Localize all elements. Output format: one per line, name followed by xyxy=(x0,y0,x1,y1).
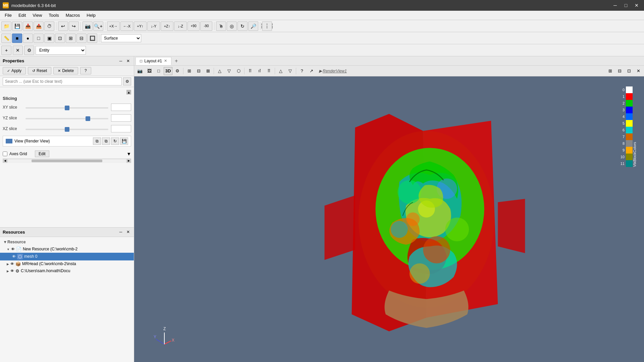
menu-edit[interactable]: Edit xyxy=(15,11,29,19)
sphere-button[interactable]: ● xyxy=(23,34,33,43)
camera-button[interactable]: 📷 xyxy=(83,21,93,31)
search-settings-button[interactable]: ⚙ xyxy=(123,77,131,85)
rt-select-none-button[interactable]: ⊟ xyxy=(194,67,203,75)
delete-button[interactable]: ✕ Delete xyxy=(53,67,78,74)
tab-close-button[interactable]: ✕ xyxy=(164,59,167,63)
cube-button[interactable]: ■ xyxy=(12,34,22,43)
selection-tool-button[interactable]: 🔲 xyxy=(87,34,97,43)
rt-help-button[interactable]: ? xyxy=(298,67,306,75)
resource-item-1[interactable]: 👁 📄 New Resource (C:\work\cmb-2 xyxy=(0,246,134,253)
rt-select3-button[interactable]: ⬡ xyxy=(234,67,243,75)
clock-button[interactable]: ⏱ xyxy=(44,21,54,31)
yminus-button[interactable]: ↓-Y xyxy=(147,21,160,31)
menu-tools[interactable]: Tools xyxy=(45,11,62,19)
rotate90minus-button[interactable]: -90 xyxy=(200,21,212,31)
view-save-button[interactable]: 💾 xyxy=(120,137,128,145)
properties-minimize-button[interactable]: ─ xyxy=(118,58,124,64)
zminus-button[interactable]: ↓-Z xyxy=(174,21,187,31)
resource-1-visibility[interactable]: 👁 xyxy=(11,247,15,251)
rt-screenshot-button[interactable]: 🖼 xyxy=(145,67,154,75)
filter-remove-button[interactable]: ✕ xyxy=(13,46,23,55)
scroll-right-button[interactable]: ▶ xyxy=(126,159,131,163)
rt-layout-grid-button[interactable]: ⊞ xyxy=(606,67,614,75)
redo-button[interactable]: ↪ xyxy=(69,21,79,31)
rt-help2-button[interactable]: ↗ xyxy=(307,67,316,75)
menu-view[interactable]: View xyxy=(29,11,45,19)
zplus-button[interactable]: +Z↑ xyxy=(161,21,173,31)
rt-dots3-button[interactable]: ⠿ xyxy=(265,67,273,75)
menu-macros[interactable]: Macros xyxy=(62,11,84,19)
view-paste-button[interactable]: ⧉ xyxy=(102,137,110,145)
multi-selector-button[interactable]: ⊟ xyxy=(76,34,87,43)
scroll-up-button[interactable]: ▲ xyxy=(126,90,131,95)
axes-expand-button[interactable]: ▼ xyxy=(126,151,131,157)
search-input[interactable] xyxy=(3,77,122,85)
axes-grid-edit-button[interactable]: Edit xyxy=(35,150,49,157)
menu-help[interactable]: Help xyxy=(83,11,99,19)
save-button[interactable]: 💾 xyxy=(12,21,22,31)
reset-button[interactable]: ↺ Reset xyxy=(28,67,51,74)
surface-select[interactable]: Surface xyxy=(101,34,141,42)
filter-add-button[interactable]: + xyxy=(1,46,11,55)
zoom-button[interactable]: 🔎 xyxy=(248,21,258,31)
undo-button[interactable]: ↩ xyxy=(58,21,68,31)
rt-settings-button[interactable]: ⚙ xyxy=(173,67,182,75)
rt-camera-button[interactable]: 📷 xyxy=(136,67,144,75)
horizontal-scrollbar[interactable]: ◀ ▶ xyxy=(3,159,131,163)
box3-button[interactable]: ⊡ xyxy=(55,34,65,43)
search-btn[interactable]: 🔍+ xyxy=(93,21,103,31)
rt-layout-full-button[interactable]: ⊡ xyxy=(625,67,633,75)
resources-minimize-button[interactable]: ─ xyxy=(118,229,124,235)
xz-slice-value[interactable]: 50 xyxy=(111,125,131,132)
rt-dots-button[interactable]: ⠿ xyxy=(246,67,255,75)
orbit2-button[interactable]: ↻ xyxy=(237,21,248,31)
open-button[interactable]: 📁 xyxy=(1,21,11,31)
rt-down-button[interactable]: ▽ xyxy=(286,67,294,75)
box-button[interactable]: □ xyxy=(34,34,44,43)
maximize-button[interactable]: □ xyxy=(621,2,631,9)
selector-button[interactable]: ⊞ xyxy=(66,34,76,43)
rt-3d-button[interactable]: 3D xyxy=(164,67,172,75)
resource-2-visibility[interactable]: 👁 xyxy=(10,262,14,266)
rt-triangle2-button[interactable]: ▽ xyxy=(225,67,233,75)
xy-slice-value[interactable]: 50 xyxy=(111,104,131,111)
view-copy-button[interactable]: ⧉ xyxy=(93,137,101,145)
rt-dots2-button[interactable]: ⠾ xyxy=(255,67,264,75)
help-button[interactable]: ? xyxy=(80,67,91,74)
rt-layout-h-split-button[interactable]: ⊟ xyxy=(615,67,624,75)
resource-3-visibility[interactable]: 👁 xyxy=(10,269,14,273)
xminus-button[interactable]: ←-X xyxy=(120,21,133,31)
apply-button[interactable]: ✓ Apply xyxy=(3,67,26,74)
interact-mode-button[interactable]: 🖱 xyxy=(216,21,226,31)
mesh0-visibility[interactable]: 👁 xyxy=(12,254,16,258)
grid-button[interactable]: ⋮⋮⋮ xyxy=(262,21,272,31)
rt-select-invert-button[interactable]: ⊠ xyxy=(204,67,212,75)
scroll-left-button[interactable]: ◀ xyxy=(3,159,7,163)
layout-tab-1[interactable]: □ Layout #1 ✕ xyxy=(136,57,171,65)
box2-button[interactable]: ▣ xyxy=(44,34,54,43)
filter-settings-button[interactable]: ⚙ xyxy=(24,46,34,55)
import-button[interactable]: 📥 xyxy=(23,21,33,31)
axes-grid-checkbox[interactable] xyxy=(3,152,7,156)
tab-add-button[interactable]: + xyxy=(172,57,180,65)
rotate90plus-button[interactable]: +90 xyxy=(187,21,200,31)
rt-close-button[interactable]: ✕ xyxy=(634,67,643,75)
close-button[interactable]: ✕ xyxy=(632,2,641,9)
xplus-button[interactable]: +X→ xyxy=(107,21,120,31)
resource-item-2[interactable]: 👁 📦 MRHead (C:\work\cmb-2\insta xyxy=(0,260,134,267)
yplus-button[interactable]: +Y↑ xyxy=(134,21,147,31)
resource-item-mesh0[interactable]: 👁 ⬡ mesh 0 xyxy=(0,253,134,260)
xy-slice-slider[interactable] xyxy=(25,107,108,109)
yz-slice-slider[interactable] xyxy=(25,118,108,119)
rt-triangle-button[interactable]: △ xyxy=(215,67,224,75)
properties-close-button[interactable]: ✕ xyxy=(125,58,131,64)
view-refresh-button[interactable]: ↻ xyxy=(111,137,119,145)
entity-dropdown[interactable]: Entity xyxy=(36,46,86,55)
resource-item-3[interactable]: 👁 ⚙ C:\Users\sam.horvath\Docu xyxy=(0,267,134,275)
menu-file[interactable]: File xyxy=(1,11,15,19)
resources-close-button[interactable]: ✕ xyxy=(125,229,131,235)
xz-slice-slider[interactable] xyxy=(25,129,108,130)
ruler-button[interactable]: 📏 xyxy=(1,34,11,43)
rt-up-button[interactable]: △ xyxy=(276,67,285,75)
minimize-button[interactable]: ─ xyxy=(610,2,620,9)
